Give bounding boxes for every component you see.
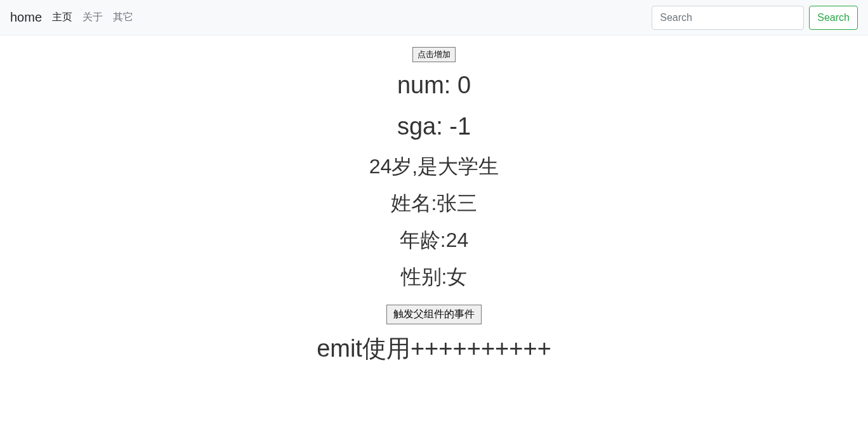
gender-line: 性别:女 xyxy=(0,261,868,292)
nav-link-about[interactable]: 关于 xyxy=(82,11,103,24)
trigger-parent-button[interactable]: 触发父组件的事件 xyxy=(386,305,482,324)
main-content: 点击增加 num: 0 sga: -1 24岁,是大学生 姓名:张三 年龄:24… xyxy=(0,36,868,367)
name-line: 姓名:张三 xyxy=(0,188,868,218)
search-form: Search xyxy=(652,6,858,30)
increment-button[interactable]: 点击增加 xyxy=(412,47,456,62)
student-info: 24岁,是大学生 xyxy=(0,151,868,182)
num-value: num: 0 xyxy=(0,67,868,103)
nav-links: 主页 关于 其它 xyxy=(52,11,652,24)
nav-link-home[interactable]: 主页 xyxy=(52,11,72,24)
emit-line: emit使用++++++++++ xyxy=(0,331,868,367)
sga-value: sga: -1 xyxy=(0,109,868,145)
search-input[interactable] xyxy=(652,6,804,30)
age-line: 年龄:24 xyxy=(0,225,868,255)
search-button[interactable]: Search xyxy=(809,6,858,30)
navbar: home 主页 关于 其它 Search xyxy=(0,0,868,36)
nav-link-other[interactable]: 其它 xyxy=(113,11,133,24)
navbar-brand[interactable]: home xyxy=(10,10,42,25)
